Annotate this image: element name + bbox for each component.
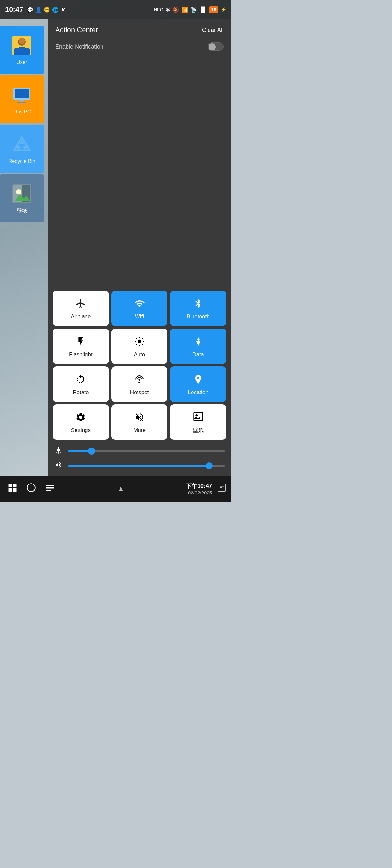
svg-point-15 bbox=[16, 189, 21, 194]
tile-rotate[interactable]: Rotate bbox=[53, 367, 109, 402]
tile-settings[interactable]: Settings bbox=[53, 404, 109, 440]
apps-nav-icon[interactable] bbox=[8, 483, 18, 495]
charging-icon: ⚡ bbox=[221, 7, 226, 12]
brightness-slider-row bbox=[54, 446, 225, 456]
svg-rect-22 bbox=[9, 488, 12, 492]
volume-slider-row bbox=[54, 461, 225, 471]
action-center-title: Action Center bbox=[55, 26, 98, 34]
svg-point-11 bbox=[24, 146, 27, 149]
status-time: 10:47 bbox=[5, 5, 23, 14]
volume-slider-track[interactable] bbox=[68, 465, 225, 467]
wallpaper-icon-image bbox=[10, 183, 33, 205]
recycle-svg bbox=[12, 135, 32, 154]
wifi-icon bbox=[134, 298, 144, 311]
nav-center: ▲ bbox=[117, 484, 125, 493]
menu-nav-icon[interactable] bbox=[45, 483, 55, 495]
volume-slider-thumb[interactable] bbox=[206, 462, 213, 469]
home-nav-icon[interactable] bbox=[26, 483, 36, 495]
svg-rect-25 bbox=[46, 485, 54, 486]
tile-hotspot-label: Hotspot bbox=[130, 389, 149, 396]
user-icon: 👤 bbox=[35, 7, 42, 13]
airplane-icon bbox=[75, 298, 86, 311]
auto-brightness-icon bbox=[134, 336, 144, 349]
tile-auto-label: Auto bbox=[134, 351, 145, 358]
tile-settings-label: Settings bbox=[71, 427, 91, 434]
tile-bluetooth-label: Bluetooth bbox=[187, 313, 210, 320]
tile-bluetooth[interactable]: Bluetooth bbox=[170, 290, 226, 326]
tile-wifi[interactable]: Wifi bbox=[111, 290, 168, 326]
tile-wallpaper[interactable]: 壁紙 bbox=[170, 404, 226, 440]
battery-indicator: 18 bbox=[209, 6, 218, 13]
sliders-area bbox=[47, 442, 231, 476]
brightness-slider-thumb[interactable] bbox=[88, 447, 95, 455]
action-center-header: Action Center Clear All bbox=[47, 19, 231, 39]
status-icons: 💬 👤 😊 🌐 👁 bbox=[27, 7, 154, 13]
silent-icon: 🔕 bbox=[172, 7, 179, 13]
notification-toggle[interactable] bbox=[207, 42, 224, 51]
toggle-knob bbox=[208, 43, 216, 51]
notification-empty-area bbox=[47, 56, 231, 287]
tile-wallpaper-label: 壁紙 bbox=[193, 427, 204, 434]
tile-data-label: Data bbox=[193, 351, 204, 358]
svg-point-24 bbox=[27, 484, 35, 492]
data-icon bbox=[193, 336, 203, 349]
settings-icon bbox=[75, 412, 86, 425]
notification-nav-icon[interactable] bbox=[217, 483, 226, 494]
brightness-slider-track[interactable] bbox=[68, 451, 225, 452]
thispc-svg bbox=[12, 86, 32, 105]
signal-icon: 📶 bbox=[182, 7, 188, 13]
svg-rect-18 bbox=[194, 412, 202, 421]
nav-up-arrow[interactable]: ▲ bbox=[117, 484, 125, 493]
thispc-icon-image bbox=[10, 84, 33, 106]
flashlight-icon bbox=[75, 336, 86, 349]
svg-point-10 bbox=[17, 146, 20, 149]
svg-rect-20 bbox=[9, 484, 12, 487]
nav-left-icons bbox=[0, 483, 117, 495]
rotate-icon bbox=[75, 374, 86, 387]
wallpaper-icon-label: 壁紙 bbox=[17, 208, 27, 214]
bluetooth-icon bbox=[193, 298, 203, 311]
wallpaper-tile-icon bbox=[193, 411, 203, 424]
tile-flashlight[interactable]: Flashlight bbox=[53, 329, 109, 364]
quick-tiles-grid: Airplane Wifi Bluetooth Flashlight bbox=[47, 287, 231, 442]
tile-data[interactable]: Data bbox=[170, 329, 226, 364]
tile-flashlight-label: Flashlight bbox=[69, 351, 93, 358]
thispc-icon-label: This PC bbox=[13, 109, 31, 115]
svg-point-19 bbox=[195, 414, 198, 416]
svg-rect-5 bbox=[15, 89, 29, 98]
tile-hotspot[interactable]: Hotspot bbox=[111, 367, 168, 402]
tile-mute-label: Mute bbox=[133, 427, 145, 434]
desktop-icon-wallpaper[interactable]: 壁紙 bbox=[0, 174, 44, 222]
clear-all-button[interactable]: Clear All bbox=[202, 27, 224, 33]
svg-rect-6 bbox=[19, 100, 25, 101]
tile-airplane-label: Airplane bbox=[71, 313, 91, 320]
desktop-icon-user[interactable]: User bbox=[0, 26, 44, 74]
bottom-nav-bar: ▲ 下午10:47 02/02/2025 bbox=[0, 476, 231, 501]
tile-mute[interactable]: Mute bbox=[111, 404, 168, 440]
nav-datetime: 下午10:47 02/02/2025 bbox=[186, 482, 212, 495]
svg-rect-21 bbox=[13, 484, 17, 487]
status-right-icons: NFC ✱ 🔕 📶 📡 ▐▌ 18 ⚡ bbox=[154, 6, 226, 13]
wifi-status-icon: 📡 bbox=[191, 7, 197, 13]
hotspot-icon bbox=[134, 374, 144, 387]
app-icon: 😊 bbox=[44, 7, 50, 13]
desktop-icon-recycle[interactable]: Recycle Bin bbox=[0, 125, 44, 173]
desktop-icons-container: User This PC Recycle Bin bbox=[0, 26, 45, 222]
notification-toggle-row: Enable Notification bbox=[47, 39, 231, 56]
tile-location[interactable]: Location bbox=[170, 367, 226, 402]
wechat-icon: 💬 bbox=[27, 7, 33, 13]
eye-icon: 👁 bbox=[60, 7, 66, 12]
tile-auto[interactable]: Auto bbox=[111, 329, 168, 364]
svg-rect-26 bbox=[46, 487, 54, 488]
emoji-icon: 🌐 bbox=[52, 7, 59, 13]
volume-icon bbox=[54, 461, 63, 471]
desktop-icon-thispc[interactable]: This PC bbox=[0, 75, 44, 123]
svg-rect-23 bbox=[13, 488, 17, 492]
svg-point-17 bbox=[138, 340, 141, 343]
nav-right-area: 下午10:47 02/02/2025 bbox=[125, 482, 231, 495]
recycle-icon-label: Recycle Bin bbox=[8, 158, 35, 164]
bluetooth-status-icon: ✱ bbox=[166, 7, 170, 13]
nfc-icon: NFC bbox=[154, 7, 163, 12]
tile-airplane[interactable]: Airplane bbox=[53, 290, 109, 326]
bars-icon: ▐▌ bbox=[199, 7, 207, 12]
